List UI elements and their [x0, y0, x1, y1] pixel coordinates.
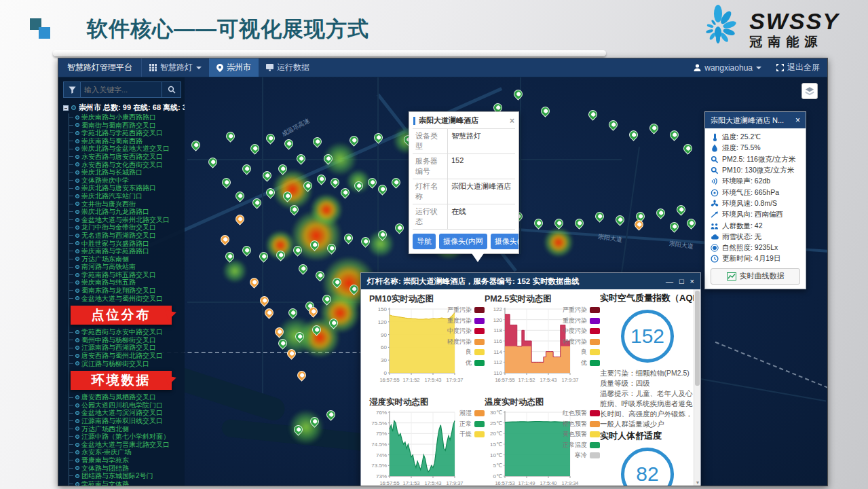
map-marker[interactable]: [512, 88, 524, 100]
nav-tab-city[interactable]: 崇州市: [209, 58, 259, 77]
sidebar-item[interactable]: 学苑西街与永安中路交叉口: [69, 328, 181, 336]
close-icon[interactable]: ×: [690, 277, 694, 285]
map-marker[interactable]: [614, 213, 626, 225]
popup-action-button[interactable]: 导航: [413, 234, 436, 249]
sidebar-item[interactable]: 蜀州中路与杨柳街交叉口: [69, 336, 181, 344]
close-icon[interactable]: ×: [510, 117, 514, 125]
sidebar-item[interactable]: 学苑北路与学苑西路交叉口: [69, 129, 181, 137]
sidebar-item[interactable]: 永安东-崇庆广场: [69, 448, 181, 456]
map-marker[interactable]: [586, 108, 599, 120]
scrollbar[interactable]: ▼: [694, 289, 700, 486]
map-marker[interactable]: [390, 176, 402, 188]
user-menu[interactable]: wangxiaohua: [686, 58, 769, 77]
map-marker[interactable]: [342, 232, 354, 244]
map-marker[interactable]: [654, 206, 666, 219]
sidebar-item[interactable]: 团结路与东城国际2号门: [69, 472, 181, 480]
sidebar-item[interactable]: 崇庆南路与蜀南西路: [69, 137, 181, 145]
map-marker[interactable]: [539, 105, 551, 117]
map-marker[interactable]: [315, 173, 327, 185]
sidebar-item[interactable]: 文井街与唐兴西街: [69, 200, 181, 209]
sidebar-item[interactable]: 唐安西路与蜀州北路交叉口: [69, 352, 181, 360]
sidebar-item[interactable]: 崇庆北路与九龙路路口: [69, 208, 181, 216]
popup-action-button[interactable]: 摄像头(外网: [491, 234, 518, 249]
map-marker[interactable]: [328, 176, 341, 188]
sidebar-item[interactable]: 晋康南与学苑东: [69, 456, 181, 465]
sidebar-item[interactable]: 无名道路与西湖路交叉口: [69, 232, 181, 240]
map-marker[interactable]: [668, 220, 680, 232]
map-marker[interactable]: [668, 128, 680, 141]
sidebar-item[interactable]: 崇庆北路与唐安东路路口: [69, 184, 181, 192]
collapse-icon[interactable]: [63, 105, 69, 111]
close-icon[interactable]: ×: [795, 115, 800, 125]
map-marker[interactable]: [224, 130, 236, 142]
map-marker[interactable]: [219, 233, 231, 245]
sidebar-item[interactable]: 崇庆北路汽车站门口: [69, 192, 181, 200]
map-marker[interactable]: [573, 217, 585, 229]
restore-icon[interactable]: □: [679, 277, 684, 285]
sidebar-item[interactable]: 崇庆南路与小康西路路口: [69, 113, 181, 122]
map-marker[interactable]: [297, 262, 309, 274]
map-marker[interactable]: [263, 306, 275, 319]
sidebar-item[interactable]: 中胜世家与兴盛路路口: [69, 240, 181, 248]
map-marker[interactable]: [248, 276, 260, 288]
sidebar-item[interactable]: 崇庆北路与金盆地大道交叉口: [69, 145, 181, 153]
tree-root-node[interactable]: 崇州市 总数: 99 在线: 68 离线: 31: [63, 103, 181, 113]
sidebar-item[interactable]: 永安西路与文化西街交叉口: [69, 161, 181, 169]
map-marker[interactable]: [675, 203, 687, 215]
sidebar-item[interactable]: 万达广场西北侧: [69, 425, 181, 433]
map-marker[interactable]: [240, 244, 252, 256]
map-marker[interactable]: [593, 210, 605, 222]
map-marker[interactable]: [189, 139, 202, 151]
scrollbar-thumb[interactable]: [695, 291, 700, 386]
sidebar-item[interactable]: 金盆地大道与崇州北路交叉口: [69, 216, 181, 224]
sidebar-item[interactable]: 文体路与团结路: [69, 465, 181, 473]
sidebar-item[interactable]: 崇庆北路与长城路口: [69, 168, 181, 177]
nav-menu-run-data[interactable]: 运行数据: [259, 58, 317, 77]
map-marker[interactable]: [220, 176, 232, 188]
map-marker[interactable]: [264, 132, 276, 144]
map-marker[interactable]: [248, 142, 261, 154]
map-marker[interactable]: [258, 294, 270, 306]
search-input[interactable]: [81, 82, 162, 98]
map-marker[interactable]: [311, 135, 323, 147]
filter-button[interactable]: [63, 82, 81, 98]
map-marker[interactable]: [647, 122, 660, 134]
sidebar-item[interactable]: 龙门中街与金带街交叉口: [69, 223, 181, 232]
map-marker[interactable]: [627, 128, 639, 141]
map-marker[interactable]: [233, 189, 246, 202]
popup-action-button[interactable]: 摄像头(内网: [439, 234, 487, 249]
map-marker[interactable]: [393, 221, 405, 234]
sidebar-item[interactable]: 蜀南街与蜀南西路交叉口: [69, 122, 181, 130]
map-marker[interactable]: [295, 152, 307, 164]
sidebar-item[interactable]: 永安西路与唐安西路交叉口: [69, 153, 181, 161]
sidebar-item[interactable]: 文体路崇庆中学: [69, 177, 181, 185]
sidebar-item[interactable]: 江源南路与崇双旧线交叉口: [69, 417, 181, 425]
sidebar-item[interactable]: 滨江路与杨柳街交叉口: [69, 360, 181, 368]
map-marker[interactable]: [633, 218, 645, 230]
sidebar-item[interactable]: 金盆地大道与蜀州街交叉口: [69, 295, 181, 303]
sidebar-item[interactable]: 唐安西路与凤栖路交叉口: [69, 393, 181, 401]
search-button[interactable]: [162, 82, 181, 98]
sidebar-item[interactable]: 万达广场东南侧: [69, 255, 181, 264]
realtime-curve-button[interactable]: 实时曲线数据: [711, 268, 800, 285]
map-marker[interactable]: [607, 118, 619, 130]
sidebar-item[interactable]: 蜀南东路与龙翔路交叉口: [69, 287, 181, 295]
sidebar-item[interactable]: 学苑南与文体路: [69, 480, 181, 486]
sidebar-item[interactable]: 南河路与高铁站南: [69, 263, 181, 271]
map-marker[interactable]: [324, 408, 337, 420]
map-marker[interactable]: [681, 142, 694, 154]
map-marker[interactable]: [685, 217, 697, 229]
sidebar-item[interactable]: 崇庆南路与纬五路: [69, 278, 181, 287]
map-marker[interactable]: [233, 213, 246, 225]
map-marker[interactable]: [206, 156, 219, 168]
sidebar-item[interactable]: 崇庆南路与学苑路路口: [69, 247, 181, 255]
scroll-down-arrow[interactable]: ▼: [694, 479, 700, 486]
map-marker[interactable]: [295, 369, 307, 381]
minimize-icon[interactable]: —: [666, 277, 673, 285]
sidebar-item[interactable]: 江源中路（第七小学斜对面）: [69, 433, 181, 441]
map-layers-button[interactable]: [801, 83, 818, 99]
sidebar-item[interactable]: 金盆地大道与滨河路交叉口: [69, 409, 181, 417]
exit-fullscreen-button[interactable]: 退出全屏: [769, 58, 827, 77]
map-marker[interactable]: [240, 162, 252, 175]
sidebar-item[interactable]: 金盆地大道与晋康北路交叉口: [69, 441, 181, 449]
